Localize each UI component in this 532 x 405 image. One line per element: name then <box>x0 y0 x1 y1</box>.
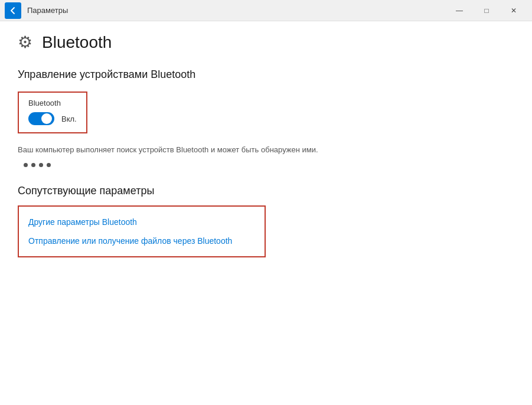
other-bluetooth-settings-link[interactable]: Другие параметры Bluetooth <box>28 213 253 231</box>
related-section-title: Сопутствующие параметры <box>18 185 514 197</box>
back-button[interactable] <box>5 2 21 19</box>
manage-section-title: Управление устройствами Bluetooth <box>18 68 514 81</box>
bluetooth-toggle-box: Bluetooth Вкл. <box>18 92 87 133</box>
related-links-box: Другие параметры Bluetooth Отправление и… <box>18 205 266 257</box>
back-arrow-icon <box>9 7 17 14</box>
toggle-row: Вкл. <box>28 112 77 125</box>
minimize-button[interactable]: — <box>446 0 473 21</box>
bluetooth-settings-icon: ⚙ <box>18 34 32 51</box>
page-title: Bluetooth <box>42 33 112 52</box>
window-controls: — □ ✕ <box>446 0 527 21</box>
dot-2 <box>31 163 35 167</box>
restore-button[interactable]: □ <box>473 0 500 21</box>
page-header: ⚙ Bluetooth <box>18 33 514 52</box>
dot-3 <box>39 163 43 167</box>
window-title: Параметры <box>27 6 446 15</box>
dot-1 <box>24 163 28 167</box>
close-button[interactable]: ✕ <box>500 0 527 21</box>
dot-4 <box>47 163 51 167</box>
loading-dots <box>18 163 514 167</box>
content-area: ⚙ Bluetooth Управление устройствами Blue… <box>0 21 532 405</box>
titlebar: Параметры — □ ✕ <box>0 0 532 21</box>
bluetooth-toggle-switch[interactable] <box>28 112 54 125</box>
send-receive-files-link[interactable]: Отправление или получение файлов через B… <box>28 231 253 250</box>
bluetooth-description: Ваш компьютер выполняет поиск устройств … <box>18 144 325 156</box>
window: Параметры — □ ✕ ⚙ Bluetooth Управление у… <box>0 0 532 405</box>
toggle-state-label: Вкл. <box>61 115 77 123</box>
bluetooth-toggle-label: Bluetooth <box>28 99 77 107</box>
